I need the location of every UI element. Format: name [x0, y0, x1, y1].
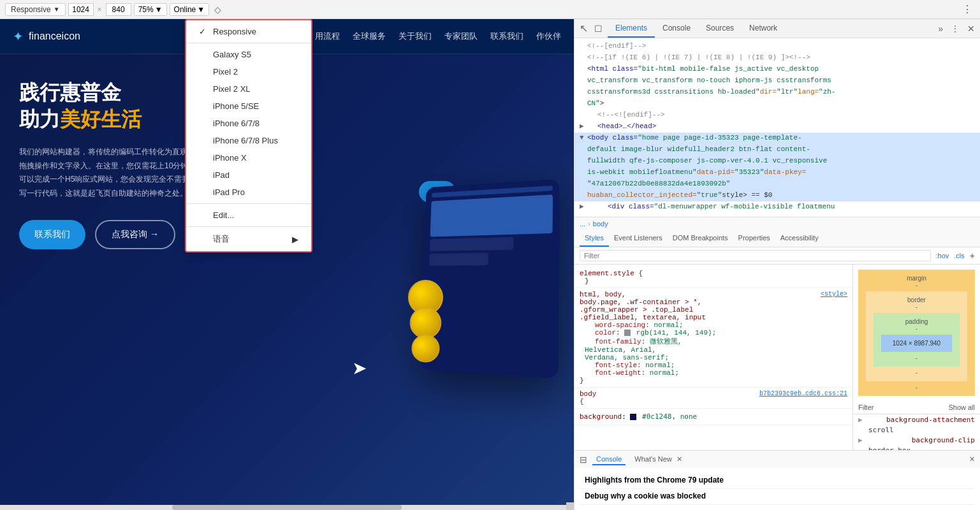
dropdown-item-iphone-678[interactable]: iPhone 6/7/8 [186, 115, 311, 132]
dropdown-item-voice[interactable]: 语音 ▶ [186, 229, 311, 249]
border-bottom: - [916, 369, 918, 376]
contact-button[interactable]: 联系我们 [19, 220, 85, 249]
style-close-element: } [585, 277, 847, 285]
tab-dom-breakpoints[interactable]: DOM Breakpoints [668, 230, 733, 247]
nav-logo: ✦ financeicon [13, 29, 80, 44]
dropdown-item-ipad-pro[interactable]: iPad Pro [186, 184, 311, 201]
breadcrumb-dots[interactable]: ... [580, 220, 585, 228]
nav-item-process[interactable]: 用流程 [315, 31, 340, 42]
zoom-label: 75% [138, 5, 154, 14]
whats-new-close-icon[interactable]: ✕ [676, 455, 682, 463]
style-link-style[interactable]: <style> [821, 291, 847, 298]
device-icon[interactable]: ◇ [212, 4, 224, 15]
height-input[interactable] [106, 3, 131, 16]
inspect-element-icon[interactable]: ↖ [577, 20, 590, 37]
style-font-family: font-family: 微软雅黑, [585, 337, 847, 346]
browser-viewport: ✓ Responsive Galaxy S5 Pixel 2 Pixel 2 X… [0, 19, 574, 510]
styles-split: element.style { } html, body, <style> bo… [574, 265, 980, 450]
padding-label: padding [879, 318, 954, 325]
dropdown-item-ipad[interactable]: iPad [186, 166, 311, 184]
hero-description: 我们的网站构建器，将传统的编码工作转化为直观的拖拽操作和文字录入。在这里，您仅需… [19, 145, 198, 200]
style-color: color: rgb(141, 144, 149); [585, 329, 847, 337]
resize-corner[interactable] [566, 502, 574, 510]
show-all-toggle[interactable]: Show all [948, 404, 975, 411]
dropdown-item-galaxy-s5[interactable]: Galaxy S5 [186, 46, 311, 63]
nav-item-partner[interactable]: 作伙伴 [536, 31, 561, 42]
box-model-area: margin - border - padding [853, 265, 980, 401]
filter-cls-button[interactable]: .cls [954, 252, 965, 259]
tab-properties[interactable]: Properties [733, 230, 775, 247]
styles-filter-input[interactable] [580, 250, 931, 261]
code-line-head[interactable]: ▶ <head>…</head> [574, 121, 980, 133]
console-drawer-tab[interactable]: Console [592, 454, 625, 465]
pixel2-label: Pixel 2 [213, 67, 238, 76]
code-line: default image-blur widefull_header2 btn-… [574, 144, 980, 156]
prop-expand-icon[interactable]: ▶ [858, 416, 863, 424]
bg-color-swatch [630, 414, 636, 420]
main-area: ✓ Responsive Galaxy S5 Pixel 2 Pixel 2 X… [0, 19, 980, 510]
computed-filter-label: Filter [858, 404, 874, 411]
tab-sources[interactable]: Sources [698, 20, 742, 38]
margin-bottom-values: - [863, 384, 970, 391]
tab-console[interactable]: Console [655, 20, 698, 38]
nav-item-experts[interactable]: 专家团队 [444, 31, 478, 42]
styles-filter-bar: :hov .cls + [574, 247, 980, 265]
style-selector-html: html, body, <style> [580, 291, 847, 298]
nav-item-about[interactable]: 关于我们 [399, 31, 432, 42]
dropdown-item-edit[interactable]: Edit... [186, 207, 311, 224]
code-line-body[interactable]: ▼ <body class="home page page-id-35323 p… [574, 133, 980, 144]
logo-text: financeicon [29, 31, 80, 42]
dropdown-divider-1 [186, 43, 311, 43]
whats-new-tab[interactable]: What's New ✕ [631, 454, 685, 465]
console-close-icon[interactable]: ✕ [969, 455, 975, 463]
zoom-selector[interactable]: 75% ▼ [134, 3, 167, 16]
browser-scrollbar[interactable] [0, 505, 574, 510]
nav-item-global[interactable]: 全球服务 [353, 31, 386, 42]
style-link-body[interactable]: b7b2393c9eb…cdc6.css:21 [759, 390, 847, 397]
computed-prop-bg-attachment-value: scroll [853, 425, 980, 435]
box-margin: margin - border - padding [858, 270, 975, 396]
dropdown-item-iphone-x[interactable]: iPhone X [186, 149, 311, 166]
width-input[interactable] [68, 3, 94, 16]
network-arrow-icon: ▼ [197, 5, 205, 14]
devtools-settings-icon[interactable]: ⋮ [948, 21, 962, 36]
style-word-spacing: word-spacing: normal; [585, 321, 847, 329]
color-swatch [624, 330, 631, 336]
nav-item-contact[interactable]: 联系我们 [490, 31, 523, 42]
responsive-label: Responsive [11, 5, 51, 14]
breadcrumb-body[interactable]: body [593, 220, 608, 228]
tab-styles[interactable]: Styles [580, 230, 609, 247]
iphone-678-label: iPhone 6/7/8 [213, 119, 260, 128]
dropdown-item-pixel2[interactable]: Pixel 2 [186, 63, 311, 80]
iphone-5se-label: iPhone 5/SE [213, 101, 259, 111]
box-content: 1024 × 8987.940 [881, 335, 952, 352]
consult-button[interactable]: 点我咨询 → [95, 220, 175, 249]
voice-label: 语音 [213, 233, 230, 245]
add-style-button[interactable]: + [970, 251, 975, 261]
prop-expand-icon[interactable]: ▶ [858, 436, 863, 444]
ipad-pro-label: iPad Pro [213, 187, 245, 197]
dropdown-item-iphone-5se[interactable]: iPhone 5/SE [186, 98, 311, 115]
device-emulation-icon[interactable]: ☐ [592, 21, 605, 36]
dropdown-item-responsive[interactable]: ✓ Responsive [186, 23, 311, 40]
network-selector[interactable]: Online ▼ [170, 3, 210, 16]
code-area[interactable]: <!--[endif]--> <!--[if !(IE 6) | !(IE 7)… [574, 38, 980, 217]
more-options-icon[interactable]: ⋮ [960, 3, 975, 15]
filter-state-button[interactable]: :hov [936, 252, 949, 259]
style-selector-extra3: .gfield_label, textarea, input [580, 314, 847, 321]
tab-elements[interactable]: Elements [608, 20, 655, 38]
code-line-div[interactable]: ▶ <div class="dl-menuwrapper wf-mobile-v… [574, 201, 980, 213]
hero-title: 践行惠普金 助力美好生活 [19, 80, 198, 133]
css-rules-panel[interactable]: element.style { } html, body, <style> bo… [574, 265, 852, 450]
tab-network[interactable]: Network [742, 20, 785, 38]
devtools-more-icon[interactable]: ✕ [965, 21, 977, 36]
dropdown-divider-2 [186, 203, 311, 204]
tab-event-listeners[interactable]: Event Listeners [609, 230, 668, 247]
dropdown-item-iphone-678-plus[interactable]: iPhone 6/7/8 Plus [186, 132, 311, 149]
responsive-selector[interactable]: Responsive ▼ [5, 3, 66, 16]
more-tabs-icon[interactable]: » [938, 24, 943, 34]
dropdown-item-pixel2-xl[interactable]: Pixel 2 XL [186, 80, 311, 98]
tab-accessibility[interactable]: Accessibility [775, 230, 824, 247]
console-drawer-icon[interactable]: ⊟ [580, 455, 587, 465]
style-selector-element: element.style { [580, 270, 847, 277]
